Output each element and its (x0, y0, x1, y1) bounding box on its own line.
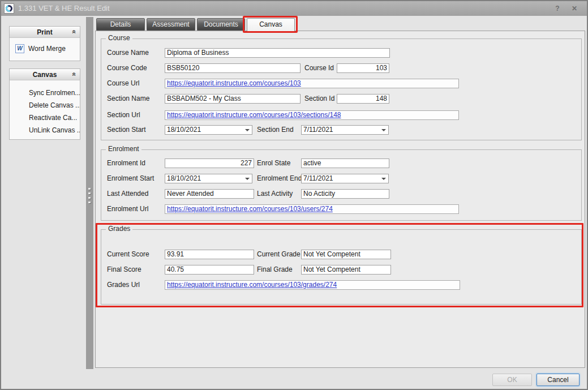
help-icon[interactable]: ? (552, 3, 563, 14)
course-group: Course Course Name Diploma of Business C… (101, 38, 582, 140)
print-panel-title: Print (37, 28, 52, 36)
current-grade-label: Current Grade (257, 250, 301, 259)
section-end-label: Section End (257, 125, 294, 135)
section-start-label: Section Start (107, 125, 146, 135)
enrol-state-field[interactable]: active (301, 158, 389, 168)
current-score-field[interactable]: 93.91 (165, 250, 254, 259)
enrolment-end-datepicker[interactable]: 7/11/2021 (301, 174, 389, 183)
sidebar-item-unlink-canvas[interactable]: UnLink Canvas ... (10, 124, 80, 136)
current-grade-field[interactable]: Not Yet Competent (301, 250, 391, 259)
window-title: 1.331 VET & HE Result Edit (18, 4, 110, 12)
section-url-link[interactable]: https://equatorit.instructure.com/course… (167, 111, 341, 119)
ok-button[interactable]: OK (492, 374, 532, 386)
canvas-panel-header[interactable]: Canvas « (10, 69, 80, 80)
course-url-label: Course Url (107, 79, 139, 88)
chevron-down-icon (381, 129, 386, 131)
splitter-grip-icon (88, 188, 91, 203)
print-panel: Print « W Word Merge (9, 26, 80, 61)
tab-documents[interactable]: Documents (197, 18, 245, 31)
tab-details[interactable]: Details (96, 18, 145, 31)
section-id-field[interactable]: 148 (337, 94, 389, 104)
course-url-link[interactable]: https://equatorit.instructure.com/course… (167, 79, 301, 87)
enrolment-id-field[interactable]: 227 (165, 158, 254, 168)
last-attended-field[interactable]: Never Attended (165, 189, 254, 199)
section-start-datepicker[interactable]: 18/10/2021 (165, 125, 252, 135)
chevron-down-icon (245, 178, 250, 180)
tab-canvas[interactable]: Canvas (247, 18, 295, 32)
title-bar: 1.331 VET & HE Result Edit ? ✕ (1, 1, 587, 16)
grades-url-field: https://equatorit.instructure.com/course… (165, 280, 460, 290)
close-icon[interactable]: ✕ (569, 3, 580, 14)
section-end-datepicker[interactable]: 7/11/2021 (301, 125, 389, 135)
canvas-panel: Canvas « Sync Enrolmen... Delete Canvas … (9, 68, 80, 140)
section-name-field[interactable]: BSBADM502 - My Class (165, 94, 301, 104)
sidebar-item-delete-canvas[interactable]: Delete Canvas ... (10, 99, 80, 112)
sidebar-splitter[interactable] (86, 17, 93, 369)
chevron-down-icon (245, 129, 250, 131)
section-start-value: 18/10/2021 (167, 126, 201, 134)
enrolment-start-label: Enrolment Start (107, 174, 154, 183)
course-url-field: https://equatorit.instructure.com/course… (165, 79, 459, 88)
final-score-label: Final Score (107, 265, 141, 275)
dialog-window: 1.331 VET & HE Result Edit ? ✕ Print « W… (0, 0, 588, 390)
course-id-field[interactable]: 103 (337, 63, 389, 73)
section-name-label: Section Name (107, 94, 149, 104)
grades-url-link[interactable]: https://equatorit.instructure.com/course… (167, 281, 337, 289)
sidebar-item-word-merge[interactable]: W Word Merge (10, 38, 80, 59)
final-grade-field[interactable]: Not Yet Competent (301, 265, 391, 275)
canvas-panel-title: Canvas (33, 71, 57, 79)
tab-assessment[interactable]: Assessment (147, 18, 195, 31)
section-end-value: 7/11/2021 (303, 126, 333, 134)
canvas-panel-items: Sync Enrolmen... Delete Canvas ... React… (10, 80, 80, 136)
enrolment-url-field: https://equatorit.instructure.com/course… (165, 204, 459, 214)
sidebar-item-sync-enrolments[interactable]: Sync Enrolmen... (10, 87, 80, 99)
enrolment-group: Enrolment Enrolment Id 227 Enrol State a… (101, 149, 582, 221)
section-url-field: https://equatorit.instructure.com/course… (165, 110, 459, 120)
enrolment-url-link[interactable]: https://equatorit.instructure.com/course… (167, 205, 333, 213)
last-activity-field[interactable]: No Acticity (301, 189, 389, 199)
last-attended-label: Last Attended (107, 189, 148, 199)
last-activity-label: Last Activity (257, 189, 293, 199)
enrolment-url-label: Enrolment Url (107, 204, 148, 214)
enrolment-start-value: 18/10/2021 (167, 174, 201, 183)
sidebar-item-reactivate-canvas[interactable]: Reactivate Ca... (10, 112, 80, 124)
word-merge-label: Word Merge (28, 45, 66, 53)
collapse-chevron-icon[interactable]: « (71, 30, 78, 34)
course-code-label: Course Code (107, 63, 147, 73)
course-id-label: Course Id (304, 63, 334, 73)
enrolment-group-title: Enrolment (106, 145, 141, 153)
enrol-state-label: Enrol State (257, 158, 290, 168)
section-url-label: Section Url (107, 110, 140, 120)
final-grade-label: Final Grade (257, 265, 293, 275)
grades-url-label: Grades Url (107, 280, 140, 290)
course-name-label: Course Name (107, 48, 149, 58)
app-logo-icon (4, 3, 14, 14)
course-name-field[interactable]: Diploma of Business (165, 48, 390, 58)
enrolment-end-label: Enrolment End (257, 174, 302, 183)
enrolment-start-datepicker[interactable]: 18/10/2021 (165, 174, 252, 183)
course-group-title: Course (106, 34, 132, 42)
grades-group: Grades Current Score 93.91 Current Grade… (101, 229, 582, 305)
current-score-label: Current Score (107, 250, 149, 259)
section-id-label: Section Id (304, 94, 334, 104)
chevron-down-icon (381, 178, 386, 180)
collapse-chevron-icon[interactable]: « (71, 72, 78, 76)
cancel-button[interactable]: Cancel (537, 374, 580, 386)
final-score-field[interactable]: 40.75 (165, 265, 254, 275)
course-code-field[interactable]: BSB50120 (165, 63, 301, 73)
grades-group-title: Grades (106, 225, 132, 233)
enrolment-id-label: Enrolment Id (107, 158, 145, 168)
print-panel-header[interactable]: Print « (10, 27, 80, 38)
enrolment-end-value: 7/11/2021 (303, 174, 333, 183)
word-icon: W (15, 44, 24, 53)
